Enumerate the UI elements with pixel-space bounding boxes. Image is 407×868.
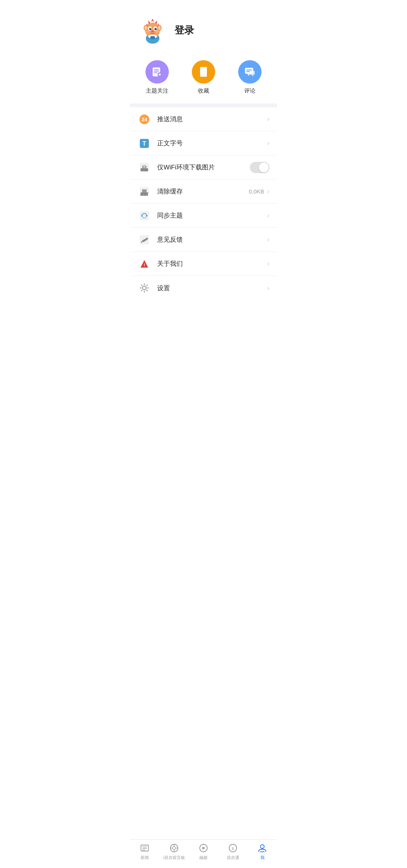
collect-icon: [192, 60, 215, 84]
feedback-label: 意见反馈: [157, 235, 266, 244]
svg-point-22: [146, 30, 150, 33]
cache-icon: [138, 185, 151, 198]
push-label: 推送消息: [157, 115, 266, 123]
svg-rect-51: [141, 194, 142, 196]
section-divider: [130, 104, 277, 107]
cache-value: 0.0KB: [249, 188, 264, 195]
me-nav-icon: [257, 843, 268, 853]
menu-item-push[interactable]: 24 推送消息 ›: [130, 107, 277, 131]
svg-rect-55: [147, 194, 148, 196]
cache-chevron: ›: [267, 187, 269, 195]
svg-text:T: T: [142, 140, 146, 147]
comment-icon: [238, 60, 262, 84]
menu-item-settings[interactable]: 设置 ›: [130, 276, 277, 300]
nav-item-me[interactable]: 我: [248, 843, 277, 860]
chitong-nav-label: 昌吉通: [227, 855, 239, 860]
media-nav-icon: [198, 843, 209, 853]
svg-point-17: [155, 28, 157, 30]
profile-section: 登录: [130, 0, 277, 54]
svg-point-48: [144, 168, 145, 169]
wifi-label: 仅WiFi环境下载图片: [157, 163, 250, 172]
svg-rect-53: [144, 194, 145, 196]
nav-item-board[interactable]: i昌吉留言板: [159, 843, 189, 860]
font-chevron: ›: [267, 139, 269, 147]
board-nav-label: i昌吉留言板: [163, 855, 185, 860]
login-button[interactable]: 登录: [174, 24, 194, 37]
sync-label: 同步主题: [157, 211, 266, 220]
about-icon: !: [138, 257, 151, 271]
quick-action-collect[interactable]: 收藏: [180, 60, 226, 94]
push-icon: 24: [138, 113, 151, 126]
svg-rect-50: [141, 192, 148, 194]
svg-text:ℹ: ℹ: [232, 846, 234, 851]
topic-label: 主题关注: [146, 87, 168, 94]
svg-rect-54: [145, 194, 146, 196]
feedback-chevron: ›: [267, 236, 269, 244]
quick-actions-bar: 主题关注 收藏: [130, 54, 277, 104]
topic-icon: [145, 60, 169, 84]
cache-label: 清除缓存: [157, 187, 249, 196]
svg-point-67: [142, 286, 146, 290]
wifi-icon: [138, 161, 151, 174]
menu-item-sync[interactable]: 同步主题 ›: [130, 204, 277, 228]
sync-icon: [138, 209, 151, 222]
quick-action-comment[interactable]: 评论: [227, 60, 273, 94]
menu-item-feedback[interactable]: 意见反馈 ›: [130, 228, 277, 252]
news-nav-label: 新闻: [141, 855, 149, 860]
menu-item-wifi[interactable]: 仅WiFi环境下载图片: [130, 155, 277, 180]
bottom-nav: 新闻 i昌吉留言板 融媒: [130, 839, 277, 868]
nav-item-chitong[interactable]: ℹ 昌吉通: [218, 843, 248, 860]
menu-list: 24 推送消息 › T 正文字号 ›: [130, 107, 277, 300]
push-chevron: ›: [267, 115, 269, 123]
settings-chevron: ›: [267, 284, 269, 292]
svg-point-19: [156, 28, 156, 29]
svg-rect-52: [142, 194, 143, 196]
svg-point-16: [149, 28, 151, 30]
about-label: 关于我们: [157, 259, 266, 268]
svg-point-12: [145, 26, 147, 30]
svg-line-63: [141, 241, 142, 243]
media-nav-label: 融媒: [199, 855, 208, 860]
board-nav-icon: [169, 843, 179, 853]
comment-label: 评论: [244, 87, 256, 94]
avatar[interactable]: [138, 15, 168, 45]
quick-action-topic[interactable]: 主题关注: [134, 60, 180, 94]
font-icon: T: [138, 137, 151, 150]
svg-point-18: [150, 28, 151, 29]
collect-label: 收藏: [198, 87, 209, 94]
svg-point-21: [151, 31, 154, 32]
svg-rect-25: [150, 36, 155, 39]
svg-point-73: [173, 847, 176, 850]
svg-rect-38: [249, 71, 255, 75]
sync-chevron: ›: [267, 212, 269, 219]
nav-item-media[interactable]: 融媒: [189, 843, 218, 860]
svg-marker-39: [252, 75, 253, 77]
svg-text:24: 24: [142, 117, 147, 122]
me-nav-label: 我: [260, 855, 265, 860]
font-label: 正文字号: [157, 139, 266, 148]
svg-point-81: [260, 845, 264, 848]
menu-item-cache[interactable]: 清除缓存 0.0KB ›: [130, 180, 277, 204]
svg-line-64: [143, 241, 143, 242]
about-chevron: ›: [267, 260, 269, 268]
menu-item-font[interactable]: T 正文字号 ›: [130, 131, 277, 155]
news-nav-icon: [139, 843, 150, 853]
nav-item-news[interactable]: 新闻: [130, 843, 159, 860]
settings-icon: [138, 281, 151, 295]
svg-marker-35: [247, 74, 249, 76]
feedback-icon: [138, 233, 151, 247]
wifi-toggle[interactable]: [250, 162, 269, 173]
chitong-nav-icon: ℹ: [228, 843, 238, 853]
svg-point-23: [156, 30, 159, 33]
menu-item-about[interactable]: ! 关于我们 ›: [130, 252, 277, 276]
settings-label: 设置: [157, 284, 266, 292]
svg-point-13: [158, 26, 161, 30]
svg-text:!: !: [144, 263, 145, 267]
